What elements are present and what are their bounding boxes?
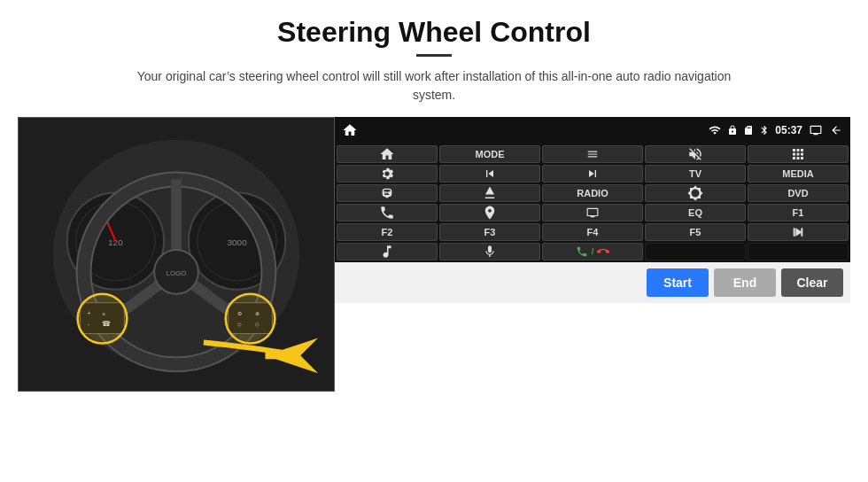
btn-brightness[interactable] <box>645 184 746 202</box>
clear-button[interactable]: Clear <box>781 268 843 297</box>
btn-360cam[interactable] <box>337 184 438 202</box>
btn-f1[interactable]: F1 <box>748 204 849 222</box>
btn-phone[interactable] <box>337 204 438 222</box>
status-time: 05:37 <box>775 124 802 136</box>
btn-f3[interactable]: F3 <box>439 223 540 241</box>
btn-playpause[interactable] <box>748 223 849 241</box>
svg-text:3000: 3000 <box>228 237 248 247</box>
btn-empty2 <box>748 243 849 260</box>
btn-prev[interactable] <box>439 165 540 183</box>
head-unit: 05:37 MODE <box>335 117 850 262</box>
btn-display[interactable] <box>542 204 643 222</box>
svg-text:120: 120 <box>108 237 123 247</box>
btn-f4[interactable]: F4 <box>542 223 643 241</box>
content-row: 120 3000 LOGO <box>18 117 850 392</box>
steering-wheel-svg: 120 3000 LOGO <box>19 117 334 392</box>
svg-rect-31 <box>794 228 795 236</box>
btn-tv[interactable]: TV <box>645 165 746 183</box>
btn-empty1 <box>645 243 746 260</box>
sd-status-icon <box>743 124 754 136</box>
steering-bg: 120 3000 LOGO <box>19 118 334 391</box>
home-icon <box>342 122 358 138</box>
svg-text:LOGO: LOGO <box>167 269 187 277</box>
btn-next[interactable] <box>542 165 643 183</box>
button-grid: MODE <box>335 144 850 262</box>
svg-point-27 <box>226 294 275 344</box>
page-title: Steering Wheel Control <box>277 16 591 49</box>
status-bar: 05:37 <box>335 117 850 144</box>
btn-call[interactable]: / <box>542 243 643 260</box>
btn-list[interactable] <box>542 145 643 163</box>
start-button[interactable]: Start <box>647 268 709 297</box>
bottom-bar: Start End Clear <box>335 262 850 303</box>
page-container: Steering Wheel Control Your original car… <box>0 0 868 482</box>
btn-mode[interactable]: MODE <box>439 145 540 163</box>
btn-settings[interactable] <box>337 165 438 183</box>
wifi-status-icon <box>708 124 722 136</box>
btn-radio[interactable]: RADIO <box>542 184 643 202</box>
btn-mic[interactable] <box>439 243 540 260</box>
btn-apps[interactable] <box>748 145 849 163</box>
back-status-icon <box>829 124 843 136</box>
btn-media[interactable]: MEDIA <box>748 165 849 183</box>
btn-home[interactable] <box>337 145 438 163</box>
screen-status-icon <box>808 124 824 136</box>
btn-dvd[interactable]: DVD <box>748 184 849 202</box>
btn-f5[interactable]: F5 <box>645 223 746 241</box>
page-subtitle: Your original car’s steering wheel contr… <box>133 67 735 105</box>
svg-rect-30 <box>801 228 802 236</box>
status-left <box>342 122 358 138</box>
btn-eq[interactable]: EQ <box>645 204 746 222</box>
status-icons: 05:37 <box>708 123 843 137</box>
btn-music[interactable] <box>337 243 438 260</box>
lock-status-icon <box>727 124 738 136</box>
svg-point-26 <box>78 294 128 344</box>
btn-mute[interactable] <box>645 145 746 163</box>
btn-f2[interactable]: F2 <box>337 223 438 241</box>
end-button[interactable]: End <box>714 268 776 297</box>
title-divider <box>416 54 452 57</box>
bluetooth-status-icon <box>759 123 770 137</box>
steering-wheel-image: 120 3000 LOGO <box>18 117 335 392</box>
btn-navi[interactable] <box>439 204 540 222</box>
btn-eject[interactable] <box>439 184 540 202</box>
head-unit-panel: 05:37 MODE <box>335 117 850 303</box>
